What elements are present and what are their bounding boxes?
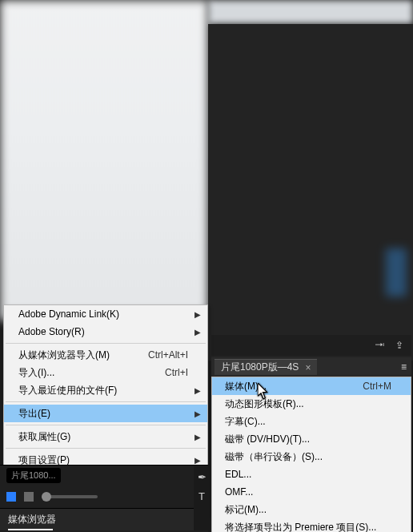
view-list-icon[interactable] [6, 492, 16, 502]
menu-item-label: 磁带 (DV/HDV)(T)... [225, 433, 310, 446]
file-menu-item[interactable]: 获取属性(G)▶ [4, 428, 207, 445]
tool-column: ✒ T [194, 466, 210, 530]
menu-item-label: Adobe Story(R) [18, 326, 85, 337]
skip-end-icon[interactable]: ⭲ [375, 340, 384, 351]
chevron-right-icon: ▶ [194, 310, 201, 319]
export-menu-item[interactable]: EDL... [212, 466, 411, 483]
menu-item-label: 动态图形模板(R)... [225, 397, 304, 411]
export-icon[interactable]: ⇪ [395, 340, 403, 351]
chevron-right-icon: ▶ [194, 456, 201, 465]
menu-item-label: 导入(I)... [18, 366, 54, 380]
menu-separator [6, 343, 206, 344]
file-menu-item[interactable]: 导入最近使用的文件(F)▶ [4, 381, 207, 399]
file-menu-item[interactable]: 从媒体浏览器导入(M)Ctrl+Alt+I [4, 346, 207, 364]
sequence-tab[interactable]: 片尾1080P版—4S × [215, 359, 317, 375]
file-menu-item[interactable]: Adobe Dynamic Link(K)▶ [4, 305, 207, 323]
menu-item-shortcut: Ctrl+I [165, 367, 188, 378]
menu-item-label: EDL... [225, 469, 251, 480]
export-menu-item[interactable]: OMF... [212, 483, 411, 501]
sequence-tab-bar: 片尾1080P版—4S × ≡ [211, 357, 411, 377]
file-menu-item[interactable]: 导入(I)...Ctrl+I [4, 364, 207, 381]
zoom-slider[interactable] [42, 495, 98, 498]
menu-separator [6, 425, 206, 425]
chevron-right-icon: ▶ [194, 386, 201, 395]
media-browser-tab[interactable]: 媒体浏览器 [0, 508, 208, 530]
view-icon-icon[interactable] [24, 492, 34, 502]
close-icon[interactable]: × [305, 362, 311, 373]
chevron-right-icon: ▶ [194, 328, 201, 337]
sequence-tab-label: 片尾1080P版—4S [221, 361, 299, 374]
menu-item-label: 媒体(M)... [225, 380, 267, 393]
export-menu-item[interactable]: 将选择项导出为 Premiere 项目(S)... [212, 518, 411, 532]
menu-separator [6, 401, 206, 402]
export-menu-item[interactable]: 磁带（串行设备）(S)... [212, 448, 411, 466]
file-menu-item[interactable]: 导出(E)▶ [4, 405, 207, 422]
menu-item-label: Adobe Dynamic Link(K) [18, 308, 119, 320]
export-submenu: 媒体(M)...Ctrl+M动态图形模板(R)...字幕(C)...磁带 (DV… [211, 377, 411, 532]
text-tool-icon[interactable]: T [196, 490, 207, 502]
file-menu-item[interactable]: Adobe Story(R)▶ [4, 323, 207, 341]
menu-item-label: 从媒体浏览器导入(M) [18, 349, 110, 362]
menu-item-label: 标记(M)... [225, 503, 267, 517]
menu-item-shortcut: Ctrl+M [363, 381, 391, 392]
export-menu-item[interactable]: 字幕(C)... [212, 413, 411, 430]
menu-item-label: 导入最近使用的文件(F) [18, 384, 117, 397]
export-menu-item[interactable]: 动态图形模板(R)... [212, 395, 411, 413]
chevron-right-icon: ▶ [194, 433, 201, 441]
menu-item-label: 将选择项导出为 Premiere 项目(S)... [225, 521, 376, 533]
export-menu-item[interactable]: 媒体(M)...Ctrl+M [212, 377, 411, 395]
menu-item-label: 磁带（串行设备）(S)... [225, 450, 323, 464]
pen-tool-icon[interactable]: ✒ [196, 471, 207, 482]
viewer-controls: ⭲ ⇪ [211, 335, 411, 356]
menu-item-shortcut: Ctrl+Alt+I [148, 349, 188, 361]
export-menu-item[interactable]: 磁带 (DV/HDV)(T)... [212, 430, 411, 448]
media-browser-label: 媒体浏览器 [8, 513, 56, 526]
menu-item-label: OMF... [225, 486, 253, 498]
project-panel-strip: 片尾1080... 媒体浏览器 [0, 465, 208, 532]
menu-item-label: 获取属性(G) [18, 430, 70, 444]
menu-separator [6, 448, 206, 449]
project-chip[interactable]: 片尾1080... [6, 468, 61, 483]
panel-menu-icon[interactable]: ≡ [401, 361, 407, 373]
menu-item-label: 导出(E) [18, 407, 50, 421]
menu-item-label: 字幕(C)... [225, 415, 266, 429]
chevron-right-icon: ▶ [194, 409, 201, 418]
export-menu-item[interactable]: 标记(M)... [212, 501, 411, 518]
